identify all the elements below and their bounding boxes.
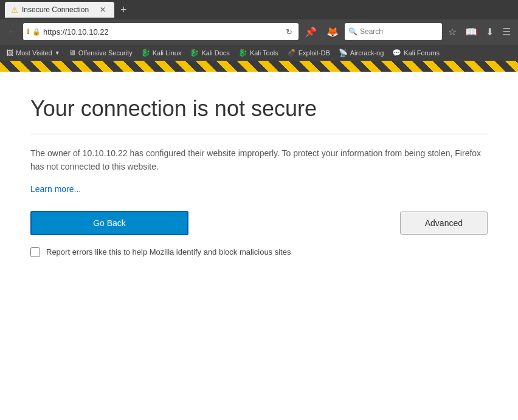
report-errors-checkbox[interactable] bbox=[30, 247, 40, 257]
aircrack-ng-icon: 📡 bbox=[339, 49, 348, 57]
menu-button[interactable]: ☰ bbox=[499, 24, 514, 40]
firefox-button[interactable]: 🦊 bbox=[323, 24, 342, 40]
bookmark-kali-docs[interactable]: 🐉 Kali Docs bbox=[186, 47, 233, 58]
page-title: Your connection is not secure bbox=[30, 96, 488, 122]
chevron-down-icon: ▼ bbox=[55, 50, 60, 56]
advanced-button[interactable]: Advanced bbox=[400, 212, 488, 235]
tab-title: Insecure Connection bbox=[22, 5, 89, 14]
offensive-security-icon: 🖥 bbox=[69, 49, 76, 57]
search-bar[interactable]: 🔍 bbox=[345, 23, 442, 40]
bookmark-label: Aircrack-ng bbox=[350, 49, 384, 57]
bookmark-kali-forums[interactable]: 💬 Kali Forums bbox=[388, 47, 443, 58]
bookmark-exploit-db[interactable]: 💣 Exploit-DB bbox=[283, 47, 334, 58]
bookmark-aircrack-ng[interactable]: 📡 Aircrack-ng bbox=[335, 47, 388, 58]
navbar: ← ℹ 🔒 https://10.10.10.22 ↻ 📌 🦊 🔍 ☆ 📖 ⬇ … bbox=[0, 19, 518, 44]
active-tab[interactable]: ⚠ Insecure Connection ✕ bbox=[5, 2, 114, 18]
exploit-db-icon: 💣 bbox=[287, 49, 296, 57]
most-visited-icon: 🖼 bbox=[6, 49, 13, 57]
search-icon: 🔍 bbox=[348, 27, 357, 36]
bookmark-label: Most Visited bbox=[16, 49, 52, 57]
checkbox-label: Report errors like this to help Mozilla … bbox=[46, 247, 291, 256]
star-button[interactable]: ☆ bbox=[444, 24, 460, 40]
bookmark-offensive-security[interactable]: 🖥 Offensive Security bbox=[65, 47, 136, 58]
checkbox-row: Report errors like this to help Mozilla … bbox=[30, 247, 488, 257]
address-bar[interactable]: ℹ 🔒 https://10.10.10.22 ↻ bbox=[23, 23, 299, 40]
titlebar: ⚠ Insecure Connection ✕ + bbox=[0, 0, 518, 19]
buttons-row: Go Back Advanced bbox=[30, 211, 488, 235]
kali-docs-icon: 🐉 bbox=[190, 49, 199, 57]
kali-tools-icon: 🐉 bbox=[238, 49, 247, 57]
address-text: https://10.10.10.22 bbox=[43, 27, 281, 36]
tab-warning-icon: ⚠ bbox=[11, 5, 18, 15]
lock-icon: 🔒 bbox=[32, 28, 41, 36]
new-tab-button[interactable]: + bbox=[117, 4, 131, 16]
learn-more-link[interactable]: Learn more... bbox=[30, 184, 81, 194]
pin-button[interactable]: 📌 bbox=[301, 24, 320, 40]
warning-stripe bbox=[0, 61, 518, 72]
description-text: The owner of 10.10.10.22 has configured … bbox=[30, 146, 488, 174]
bookmark-label: Offensive Security bbox=[78, 49, 133, 57]
search-input[interactable] bbox=[360, 27, 438, 36]
bookmark-label: Kali Forums bbox=[404, 49, 440, 57]
main-content: Your connection is not secure The owner … bbox=[0, 72, 518, 275]
kali-forums-icon: 💬 bbox=[392, 49, 401, 57]
reload-button[interactable]: ↻ bbox=[283, 26, 295, 38]
reading-list-button[interactable]: 📖 bbox=[461, 24, 481, 40]
nav-right-buttons: ☆ 📖 ⬇ ☰ bbox=[444, 24, 514, 40]
kali-linux-icon: 🐉 bbox=[141, 49, 150, 57]
bookmark-kali-tools[interactable]: 🐉 Kali Tools bbox=[235, 47, 282, 58]
bookmark-most-visited[interactable]: 🖼 Most Visited ▼ bbox=[2, 47, 64, 58]
bookmark-label: Kali Linux bbox=[153, 49, 182, 57]
back-button[interactable]: ← bbox=[4, 24, 21, 40]
bookmark-label: Kali Docs bbox=[201, 49, 229, 57]
divider bbox=[30, 134, 488, 134]
bookmark-label: Kali Tools bbox=[250, 49, 278, 57]
download-button[interactable]: ⬇ bbox=[482, 24, 497, 40]
bookmark-label: Exploit-DB bbox=[299, 49, 330, 57]
bookmarks-bar: 🖼 Most Visited ▼ 🖥 Offensive Security 🐉 … bbox=[0, 44, 518, 61]
bookmark-kali-linux[interactable]: 🐉 Kali Linux bbox=[137, 47, 185, 58]
security-warning-icon: ℹ bbox=[27, 27, 30, 36]
close-tab-button[interactable]: ✕ bbox=[97, 4, 108, 15]
go-back-button[interactable]: Go Back bbox=[30, 211, 188, 235]
